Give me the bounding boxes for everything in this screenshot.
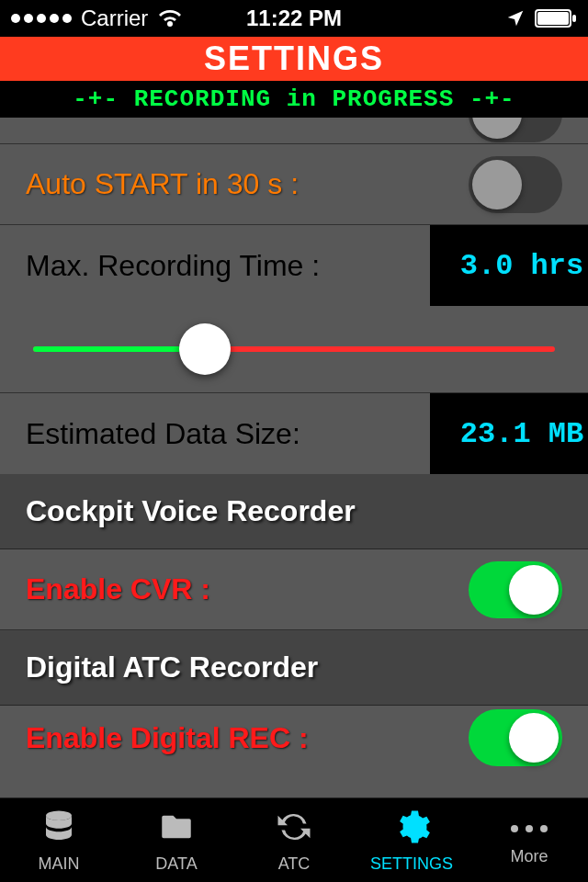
recording-banner: -+- RECORDING in PROGRESS -+- bbox=[0, 81, 588, 118]
tab-more[interactable]: More bbox=[470, 814, 588, 866]
auto-start-label: Auto START in 30 s : bbox=[26, 167, 299, 201]
tab-main-label: MAIN bbox=[39, 854, 80, 874]
enable-digital-toggle[interactable] bbox=[469, 709, 562, 766]
tab-data[interactable]: DATA bbox=[118, 808, 235, 874]
section-atc-label: Digital ATC Recorder bbox=[26, 650, 318, 684]
page-title: SETTINGS bbox=[0, 37, 588, 81]
database-icon bbox=[40, 808, 78, 851]
svg-point-3 bbox=[46, 810, 72, 820]
row-est-size: Estimated Data Size: 23.1 MB bbox=[0, 393, 588, 474]
section-cvr-label: Cockpit Voice Recorder bbox=[26, 494, 356, 528]
tab-settings-label: SETTINGS bbox=[370, 854, 453, 874]
slider-thumb[interactable] bbox=[179, 323, 231, 375]
signal-strength-icon bbox=[11, 14, 72, 23]
section-cvr: Cockpit Voice Recorder bbox=[0, 474, 588, 549]
tab-atc[interactable]: ATC bbox=[235, 808, 353, 874]
wifi-icon bbox=[157, 8, 183, 28]
est-size-value: 23.1 MB bbox=[430, 393, 588, 474]
status-time: 11:22 PM bbox=[246, 6, 342, 31]
carrier-label: Carrier bbox=[81, 6, 148, 31]
auto-start-toggle[interactable] bbox=[469, 156, 562, 213]
sync-icon bbox=[275, 808, 313, 851]
status-bar: Carrier 11:22 PM bbox=[0, 0, 588, 37]
gear-icon bbox=[392, 808, 431, 851]
location-icon bbox=[505, 8, 526, 28]
row-enable-digital: Enable Digital REC : bbox=[0, 706, 588, 770]
row-max-recording: Max. Recording Time : 3.0 hrs bbox=[0, 225, 588, 306]
tab-more-label: More bbox=[510, 847, 548, 866]
max-recording-label: Max. Recording Time : bbox=[26, 249, 320, 283]
enable-cvr-toggle[interactable] bbox=[469, 561, 562, 618]
enable-cvr-label: Enable CVR : bbox=[26, 572, 210, 606]
max-recording-slider-row bbox=[0, 306, 588, 393]
row-auto-start: Auto START in 30 s : bbox=[0, 144, 588, 225]
tab-settings[interactable]: SETTINGS bbox=[353, 808, 470, 874]
max-recording-value: 3.0 hrs bbox=[430, 225, 588, 306]
folder-icon bbox=[157, 808, 196, 851]
status-right bbox=[505, 8, 577, 28]
tab-bar: MAIN DATA ATC SETTINGS More bbox=[0, 797, 588, 882]
more-icon bbox=[511, 825, 548, 832]
svg-rect-2 bbox=[572, 15, 576, 22]
est-size-label: Estimated Data Size: bbox=[26, 417, 300, 451]
status-left: Carrier bbox=[11, 6, 183, 31]
tab-atc-label: ATC bbox=[278, 854, 311, 874]
max-recording-slider[interactable] bbox=[33, 346, 555, 352]
settings-content: Auto START in 30 s : Max. Recording Time… bbox=[0, 118, 588, 797]
previous-row-peek bbox=[0, 118, 588, 143]
section-atc: Digital ATC Recorder bbox=[0, 630, 588, 706]
previous-toggle[interactable] bbox=[469, 118, 562, 142]
svg-rect-1 bbox=[537, 12, 569, 25]
tab-main[interactable]: MAIN bbox=[0, 808, 118, 874]
enable-digital-label: Enable Digital REC : bbox=[26, 721, 309, 755]
tab-data-label: DATA bbox=[155, 854, 197, 874]
row-enable-cvr: Enable CVR : bbox=[0, 549, 588, 630]
battery-icon bbox=[535, 9, 577, 28]
